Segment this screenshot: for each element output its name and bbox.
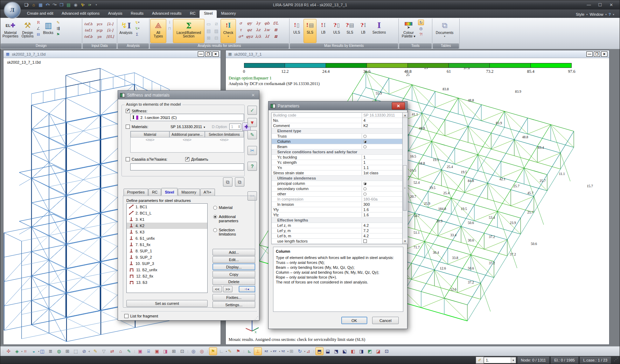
apply-icon[interactable]: ✓ [248,106,257,115]
parameters-scrollbar[interactable]: ▲ ≡ ▼ [403,112,408,244]
results-restore-button[interactable]: ❐ [594,51,600,57]
cube-back-icon[interactable]: ⬕ [341,347,349,355]
mojibake-checkbox-box[interactable] [126,157,130,161]
check-symbol-icon[interactable]: τ [236,27,245,33]
steel-list-item-б2_unfix[interactable]: 11. Б2_unfix [127,267,207,273]
check-symbol-icon[interactable]: φz [245,27,254,33]
check-symbol-icon[interactable]: λy [254,20,263,27]
param-row-yfz[interactable]: Yfz1.6 [272,212,402,218]
cube-top-icon[interactable]: ⬓ [324,347,332,355]
maximize-button[interactable]: ☐ [595,2,605,8]
scroll-up-icon[interactable]: ▲ [403,113,407,118]
stiffness-checkbox-box[interactable] [126,109,130,113]
zoom-in-icon[interactable]: ◎ [189,347,197,355]
param-row-secondary-column[interactable]: secondary column [272,186,402,191]
scissors-icon[interactable]: ✂ [248,146,257,155]
model-minimize-button[interactable]: — [198,51,204,57]
flag-grid-icon[interactable]: ▣ [136,347,144,355]
check-button[interactable]: !I Check▾ [221,19,236,43]
blocks-button[interactable]: ▥ Blocks [42,19,55,43]
delete-button[interactable]: Delete [213,278,255,285]
nodes-grid-icon[interactable]: ⌗ [21,347,29,355]
ribbon-tab-masonry[interactable]: Masonry [217,10,240,18]
laced-battened-button[interactable]: Σ Laced/Battened Section [173,19,204,43]
max-results-sls-button[interactable]: !▤SLS [304,19,316,43]
ok-button[interactable]: OK [341,317,367,324]
param-row-beam[interactable]: Beam [272,144,402,149]
ribbon-tab-rc[interactable]: RC [186,10,200,18]
parameters-grid[interactable]: Building codeSP 16.13330.2011No.4Comment… [271,112,403,244]
param-row-yfy[interactable]: Yfy1.6 [272,207,402,212]
statusbar-resize-grip[interactable]: ⋰ [611,357,620,363]
plane-xz-icon[interactable]: XZ▾ [262,347,270,355]
steel-list-item-k3[interactable]: 5. K3 [127,229,207,235]
documents-button[interactable]: ⧉ Documents▾ [433,19,456,43]
mesh-icon[interactable]: ⊞ [63,347,71,355]
add-checkbox-box[interactable] [185,157,189,161]
brush-icon[interactable]: ✎ [125,347,133,355]
redo-icon[interactable]: ↷▾ [51,2,58,8]
param-row-yn[interactable]: Yn1.1 [272,165,402,170]
param-row-no-[interactable]: No.4 [272,118,402,123]
flag-red-icon[interactable]: ⚑ [234,347,242,355]
cube-corner-icon[interactable]: ◪ [374,347,382,355]
cube-left-icon[interactable]: ◧ [349,347,357,355]
cube-iso-icon[interactable]: ⬒ [315,347,323,355]
iso-view-icon[interactable]: ⊿ [304,347,312,355]
check-symbol-icon[interactable]: λ/λ [254,33,263,40]
steel-list-item-б2_fix[interactable]: 12. Б2_fix [127,273,207,279]
chart-icon[interactable]: ⌗▾ [86,2,93,8]
materials-code-dropdown[interactable]: SP 16.13330.2011 ▼ [170,125,205,129]
list-fragment-checkbox-box[interactable] [124,314,128,318]
zoom-out-icon[interactable]: ◎ [198,347,206,355]
element-delete-icon[interactable]: ▣ [153,347,161,355]
check-symbol-icon[interactable]: f/L [271,20,280,27]
close-button[interactable]: ✕ [606,2,616,8]
lines-icon[interactable]: ≣ [47,347,55,355]
frame-icon[interactable]: ⌂ [117,347,125,355]
flag-plus-icon[interactable]: ⚑ [55,31,61,37]
fixities-button[interactable]: Fixities... [213,294,255,301]
steel-parameters-list[interactable]: 1. BC12. BC1_L3. K14. K25. K36. Б1_unfix… [126,203,208,293]
param-row-truss[interactable]: Truss [272,134,402,139]
ribbon-tab-steel[interactable]: Steel [200,10,217,18]
shell-view-icon[interactable]: ◒▾ [30,347,38,355]
param-row-yc-strength[interactable]: Yc strength1 [272,160,402,165]
max-results-uls-button[interactable]: ?▯ULS [330,19,343,43]
materials-checkbox-box[interactable] [126,125,130,129]
param-group-element-type[interactable]: Element type [272,128,402,134]
arrows-icon[interactable]: ⇶ [55,26,61,31]
stiffness-tab-masonry[interactable]: Masonry [178,189,200,196]
input-data-icon[interactable]: [f/L] [105,33,116,40]
rotate-icon[interactable]: ↻▾ [296,347,304,355]
book-icon[interactable]: ▤ [65,2,72,8]
comment-field[interactable] [130,163,244,170]
analysis-quick-icon[interactable]: ↯▾ [134,26,140,31]
set-as-current-button[interactable]: Set as current [126,300,208,307]
param-group-ultimate-slenderness[interactable]: Ultimate slenderness [272,176,402,181]
list-fragment-checkbox[interactable]: List for fragment [124,314,158,318]
axes-k-icon[interactable]: ⊾ [245,347,253,355]
check-symbol-icon[interactable]: λf [263,33,271,40]
resize-grip[interactable]: ⋰ [255,316,258,320]
input-data-icon[interactable]: [λ-] [105,21,116,27]
copy-doc-icon[interactable]: ⧉ [223,177,232,187]
steel-list-item-bc1_l[interactable]: 2. BC1_L [127,210,207,216]
steel-list-item-sup_2[interactable]: 9. SUP_2 [127,254,207,260]
axes-orange-icon[interactable]: ⊥ [254,347,262,355]
check-symbol-icon[interactable]: ⊠ [271,33,280,40]
steel-list-item-k1[interactable]: 3. K1 [127,216,207,223]
param-row-yc-buckling[interactable]: Yc buckling1 [272,155,402,160]
display-button[interactable]: Display... [213,264,255,270]
parameters-dialog-titlebar[interactable]: Parameters ✕ [269,102,407,110]
rotate-tool-icon[interactable]: ↻ [418,20,424,25]
check-symbol-icon[interactable]: φyz [245,33,254,40]
pencil-plus-icon[interactable]: ✎ [55,20,61,25]
h-grid-icon[interactable]: ⊟ [35,31,41,37]
help-check-icon[interactable]: ?! [418,31,424,37]
cube-right-icon[interactable]: ◨ [357,347,365,355]
param-group-effective-lengths[interactable]: Effective lengths [272,218,402,223]
radio-selection-limitations[interactable]: Selection limitations [213,228,255,236]
max-results-uls-button[interactable]: !▯ULS [290,19,303,43]
check-symbol-icon[interactable]: φb [263,20,271,27]
